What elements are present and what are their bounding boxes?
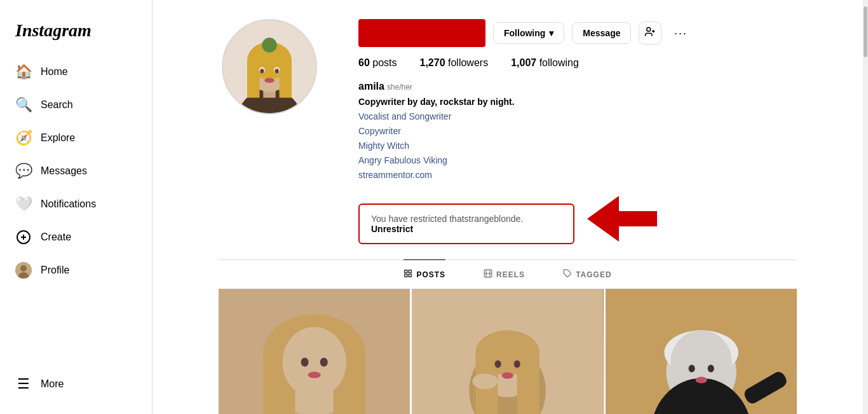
tab-tagged[interactable]: TAGGED [563, 259, 611, 289]
arrow-annotation [587, 196, 657, 242]
tabs-row: POSTS REELS [219, 259, 797, 289]
tagged-icon [563, 269, 572, 280]
unrestrict-button[interactable]: Unrestrict [371, 224, 413, 234]
ellipsis-icon: ··· [674, 27, 688, 40]
following-count: 1,007 [511, 57, 536, 68]
followers-stat: 1,270 followers [420, 57, 489, 69]
svg-rect-26 [405, 274, 407, 277]
posts-label: posts [372, 57, 397, 68]
bio-pronouns: she/her [387, 83, 412, 92]
reels-icon [484, 269, 492, 280]
sidebar-item-notifications[interactable]: 🤍 Notifications [8, 188, 144, 220]
tab-reels[interactable]: REELS [484, 259, 525, 289]
svg-point-40 [320, 357, 328, 366]
sidebar-item-messages-label: Messages [41, 165, 87, 177]
explore-icon: 🧭 [15, 130, 32, 146]
svg-point-41 [308, 372, 321, 378]
scrollbar[interactable] [863, 0, 868, 414]
svg-point-21 [647, 27, 651, 31]
restrict-row: You have restricted thatstrangeblonde. U… [358, 193, 797, 244]
sidebar: Instagram 🏠 Home 🔍 Search 🧭 Explore 💬 Me… [0, 0, 153, 414]
sidebar-item-search[interactable]: 🔍 Search [8, 89, 144, 121]
sidebar-item-create[interactable]: Create [8, 221, 144, 253]
create-icon [15, 229, 32, 245]
profile-avatar [222, 19, 317, 114]
arrow-body [619, 211, 657, 226]
bio-copywriter: Copywriter [358, 125, 797, 138]
svg-point-38 [282, 327, 346, 397]
bio-angry-fabulous-viking: Angry Fabulous Viking [358, 154, 797, 167]
tab-posts-label: POSTS [416, 270, 445, 279]
bio-mighty-witch: Mighty Witch [358, 139, 797, 153]
profile-avatar-icon [15, 262, 32, 279]
sidebar-item-explore[interactable]: 🧭 Explore [8, 122, 144, 154]
post-thumbnail-2[interactable] [412, 289, 603, 414]
following-label: following [539, 57, 579, 68]
profile-header: Following ▾ Message [219, 19, 797, 244]
svg-point-39 [301, 357, 309, 366]
svg-point-48 [495, 360, 501, 368]
scrollbar-thumb[interactable] [864, 6, 867, 57]
bio-section: amila she/her Copywriter by day, rocksta… [358, 79, 797, 182]
svg-rect-24 [405, 270, 407, 273]
post-thumbnail-1[interactable] [219, 289, 410, 414]
more-icon: ☰ [15, 376, 32, 392]
sidebar-item-more-label: More [41, 378, 64, 390]
post-thumbnail-3[interactable] [606, 289, 797, 414]
profile-section: Following ▾ Message [206, 0, 810, 414]
main-content: Following ▾ Message [153, 0, 863, 414]
add-person-button[interactable] [639, 22, 661, 45]
svg-point-19 [275, 69, 279, 73]
username-bar [358, 19, 485, 47]
message-button[interactable]: Message [572, 22, 631, 44]
svg-point-51 [473, 374, 498, 389]
svg-rect-27 [409, 274, 412, 277]
svg-point-49 [514, 360, 520, 368]
svg-rect-12 [247, 60, 259, 97]
following-stat: 1,007 following [511, 57, 579, 69]
search-icon: 🔍 [15, 97, 32, 113]
svg-point-20 [264, 78, 275, 83]
posts-count: 60 [358, 57, 370, 68]
home-icon: 🏠 [15, 64, 32, 80]
sidebar-item-search-label: Search [41, 99, 73, 111]
bio-username: amila [358, 81, 384, 92]
sidebar-item-more[interactable]: ☰ More [8, 368, 144, 400]
posts-grid [219, 289, 797, 414]
svg-point-18 [260, 69, 264, 73]
bio-username-line: amila she/her [358, 79, 797, 94]
tab-posts[interactable]: POSTS [403, 259, 445, 289]
sidebar-item-explore-label: Explore [41, 132, 75, 144]
svg-point-60 [707, 365, 714, 373]
sidebar-item-profile-label: Profile [41, 265, 69, 276]
bio-vocalist: Vocalist and Songwriter [358, 110, 797, 123]
sidebar-item-profile[interactable]: Profile [8, 254, 144, 286]
sidebar-item-messages[interactable]: 💬 Messages [8, 155, 144, 187]
bio-tagline: Copywriter by day, rockstar by night. [358, 95, 797, 109]
sidebar-item-home[interactable]: 🏠 Home [8, 56, 144, 88]
bio-website[interactable]: streammentor.com [358, 169, 797, 182]
svg-point-59 [688, 365, 695, 373]
sidebar-bottom: ☰ More [8, 368, 144, 401]
followers-count: 1,270 [420, 57, 445, 68]
notifications-icon: 🤍 [15, 196, 32, 212]
sidebar-item-notifications-label: Notifications [41, 198, 96, 210]
svg-rect-15 [268, 38, 270, 43]
svg-rect-47 [517, 352, 539, 414]
instagram-logo: Instagram [8, 13, 144, 56]
following-label: Following [504, 28, 545, 38]
following-button[interactable]: Following ▾ [493, 22, 564, 44]
svg-point-50 [502, 373, 513, 379]
chevron-down-icon: ▾ [549, 28, 553, 38]
tab-tagged-label: TAGGED [576, 270, 611, 279]
arrow-head-icon [587, 196, 619, 242]
posts-grid-icon [403, 269, 412, 280]
message-label: Message [583, 28, 620, 38]
restrict-banner: You have restricted thatstrangeblonde. U… [358, 204, 574, 244]
restrict-text: You have restricted thatstrangeblonde. [371, 214, 523, 224]
more-options-button[interactable]: ··· [669, 22, 692, 45]
sidebar-item-home-label: Home [41, 66, 68, 78]
svg-point-4 [20, 265, 27, 272]
add-person-icon [644, 26, 656, 40]
messages-icon: 💬 [15, 163, 32, 179]
